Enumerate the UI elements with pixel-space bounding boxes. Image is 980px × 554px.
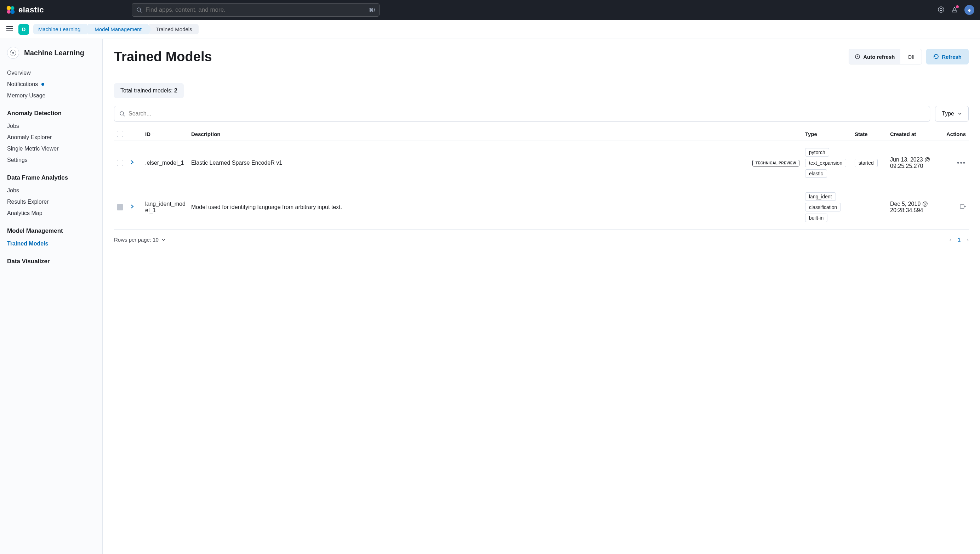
- top-bar: elastic ⌘/ e: [0, 0, 980, 20]
- models-table: ID ↑ Description Type State Created at A…: [114, 127, 969, 229]
- newsfeed-icon[interactable]: [951, 6, 958, 14]
- svg-point-14: [120, 111, 124, 115]
- cell-id: lang_ident_model_1: [142, 185, 188, 229]
- breadcrumb-trained-models: Trained Models: [150, 24, 199, 34]
- refresh-button[interactable]: Refresh: [926, 49, 969, 64]
- ml-app-icon: [7, 47, 19, 59]
- svg-point-4: [137, 8, 140, 11]
- cell-types: pytorchtext_expansionelastic: [802, 141, 852, 185]
- current-page[interactable]: 1: [958, 237, 961, 243]
- type-tag: elastic: [805, 169, 827, 178]
- expand-row[interactable]: [130, 160, 135, 166]
- notification-dot: [956, 5, 959, 8]
- sidebar: Machine Learning Overview Notifications …: [0, 39, 103, 554]
- type-tag: pytorch: [805, 148, 829, 156]
- col-created[interactable]: Created at: [887, 127, 940, 141]
- breadcrumb-ml[interactable]: Machine Learning: [33, 24, 87, 34]
- cell-id: .elser_model_1: [142, 141, 188, 185]
- cell-created: Jun 13, 2023 @ 09:25:25.270: [887, 141, 940, 185]
- nav-dfa-jobs[interactable]: Jobs: [7, 185, 95, 196]
- select-all-checkbox[interactable]: [117, 131, 123, 137]
- deploy-icon[interactable]: [959, 203, 966, 210]
- rows-per-page[interactable]: Rows per page: 10: [114, 237, 166, 243]
- nav-trained-models[interactable]: Trained Models: [7, 238, 95, 249]
- type-tag: text_expansion: [805, 159, 846, 167]
- section-anomaly: Anomaly Detection: [7, 110, 95, 117]
- global-search-input[interactable]: [145, 6, 365, 13]
- sidebar-title: Machine Learning: [24, 49, 84, 57]
- main-content: Trained Models Auto refresh Off Refresh …: [103, 39, 980, 554]
- type-tag: built-in: [805, 213, 827, 222]
- cell-actions: •••: [940, 141, 969, 185]
- search-icon: [119, 111, 125, 116]
- chevron-down-icon: [958, 111, 962, 116]
- global-search[interactable]: ⌘/: [132, 3, 380, 17]
- next-page[interactable]: ›: [967, 237, 969, 243]
- svg-line-5: [140, 11, 142, 13]
- auto-refresh-value: Off: [900, 49, 921, 64]
- col-id[interactable]: ID ↑: [142, 127, 188, 141]
- breadcrumbs: Machine Learning Model Management Traine…: [33, 24, 200, 34]
- col-actions: Actions: [940, 127, 969, 141]
- svg-point-3: [10, 10, 14, 14]
- cell-state: started: [852, 141, 887, 185]
- search-icon: [136, 7, 142, 13]
- type-tag: lang_ident: [805, 193, 836, 201]
- nav-anomaly-settings[interactable]: Settings: [7, 154, 95, 166]
- section-model-mgmt: Model Management: [7, 228, 95, 234]
- section-data-viz: Data Visualizer: [7, 258, 95, 265]
- row-actions-menu[interactable]: •••: [957, 159, 966, 167]
- page-title: Trained Models: [114, 49, 212, 64]
- nav-overview[interactable]: Overview: [7, 67, 95, 79]
- table-search-input[interactable]: [129, 110, 925, 117]
- nav-anomaly-jobs[interactable]: Jobs: [7, 121, 95, 132]
- expand-row[interactable]: [130, 204, 135, 210]
- svg-point-6: [938, 7, 944, 13]
- technical-preview-badge: TECHNICAL PREVIEW: [752, 160, 799, 167]
- nav-anomaly-explorer[interactable]: Anomaly Explorer: [7, 132, 95, 143]
- cell-description: Model used for identifying language from…: [188, 185, 802, 229]
- auto-refresh-label: Auto refresh: [863, 54, 895, 60]
- clock-icon: [855, 54, 860, 59]
- type-tag: classification: [805, 203, 841, 212]
- svg-point-1: [11, 6, 14, 10]
- brand-logo[interactable]: elastic: [6, 5, 126, 15]
- help-icon[interactable]: [937, 6, 945, 14]
- svg-point-12: [13, 52, 14, 54]
- auto-refresh-control[interactable]: Auto refresh Off: [849, 49, 922, 64]
- cell-types: lang_identclassificationbuilt-in: [802, 185, 852, 229]
- breadcrumb-model-mgmt[interactable]: Model Management: [88, 24, 148, 34]
- chevron-down-icon: [161, 238, 166, 242]
- cell-state: [852, 185, 887, 229]
- col-state[interactable]: State: [852, 127, 887, 141]
- svg-point-0: [7, 6, 11, 10]
- col-description[interactable]: Description: [188, 127, 802, 141]
- table-search[interactable]: [114, 106, 930, 121]
- user-avatar[interactable]: e: [964, 5, 974, 15]
- cell-actions: [940, 185, 969, 229]
- row-checkbox[interactable]: [117, 160, 123, 166]
- nav-memory-usage[interactable]: Memory Usage: [7, 90, 95, 101]
- nav-notifications[interactable]: Notifications: [7, 79, 95, 90]
- refresh-icon: [933, 54, 939, 59]
- brand-name: elastic: [18, 5, 44, 14]
- prev-page[interactable]: ‹: [950, 237, 951, 243]
- svg-point-7: [940, 8, 942, 11]
- cell-created: Dec 5, 2019 @ 20:28:34.594: [887, 185, 940, 229]
- col-type[interactable]: Type: [802, 127, 852, 141]
- sub-header: D Machine Learning Model Management Trai…: [0, 20, 980, 39]
- space-badge[interactable]: D: [18, 24, 29, 35]
- row-checkbox[interactable]: [117, 204, 123, 210]
- nav-results-explorer[interactable]: Results Explorer: [7, 196, 95, 208]
- svg-rect-16: [960, 205, 964, 208]
- nav-single-metric[interactable]: Single Metric Viewer: [7, 143, 95, 154]
- sort-asc-icon: ↑: [152, 132, 154, 137]
- nav-analytics-map[interactable]: Analytics Map: [7, 208, 95, 219]
- type-filter-button[interactable]: Type: [935, 106, 969, 121]
- svg-point-2: [7, 10, 11, 14]
- search-shortcut: ⌘/: [369, 8, 375, 13]
- pagination: ‹ 1 ›: [950, 237, 969, 243]
- elastic-logo-icon: [6, 5, 16, 15]
- menu-toggle-icon[interactable]: [6, 25, 14, 33]
- cell-description: Elastic Learned Sparse EncodeR v1TECHNIC…: [188, 141, 802, 185]
